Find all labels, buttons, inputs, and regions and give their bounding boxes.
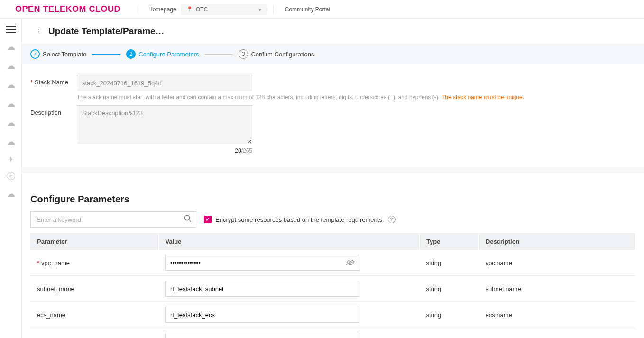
sidebar-icon-1[interactable]: ☁	[7, 42, 15, 52]
step-line	[204, 54, 233, 55]
cell-type: string	[420, 250, 479, 276]
step-1[interactable]: ✓ Select Template	[30, 49, 86, 59]
eye-off-icon[interactable]	[347, 258, 354, 267]
cell-value	[158, 276, 420, 302]
divider	[137, 5, 137, 14]
stack-name-hint-warn: The stack name must be unique.	[442, 94, 524, 100]
stack-card: *Stack Name The stack name must start wi…	[22, 64, 644, 167]
sidebar-icon-5[interactable]: ☁	[7, 118, 15, 128]
required-icon: *	[30, 79, 33, 86]
main-content: 〈 Update Template/Parame… ✓ Select Templ…	[22, 19, 644, 338]
sidebar-icon-6[interactable]: ☁	[7, 137, 15, 147]
help-icon[interactable]: ?	[388, 216, 396, 223]
param-name: vpc_name	[41, 259, 70, 266]
description-counter: 20/255	[77, 147, 252, 154]
hamburger-icon[interactable]	[6, 26, 16, 33]
value-input-wrapper[interactable]	[165, 281, 359, 297]
keyword-search[interactable]	[30, 211, 196, 228]
th-type: Type	[420, 233, 479, 250]
svg-point-0	[184, 215, 190, 220]
sidebar-icon-ip[interactable]: IP	[7, 172, 15, 180]
cell-parameter: subnet_name	[30, 276, 158, 302]
search-input[interactable]	[37, 216, 184, 223]
sidebar-icon-7[interactable]: ☁	[7, 189, 15, 199]
sidebar-icon-4[interactable]: ☁	[7, 99, 15, 109]
step-3-label: Confirm Configurations	[251, 51, 314, 58]
cell-type: string	[420, 328, 479, 338]
section-title: Configure Parameters	[30, 194, 635, 205]
check-icon: ✓	[30, 49, 40, 59]
value-input-wrapper[interactable]	[165, 255, 359, 271]
table-row: ecs_admin_passwdstringecs passwd	[30, 328, 635, 338]
cell-parameter: ecs_name	[30, 302, 158, 328]
th-desc: Description	[479, 233, 635, 250]
region-label: OTC	[196, 6, 208, 13]
spacer-band	[22, 167, 644, 173]
value-input[interactable]	[170, 259, 343, 266]
sidebar-icon-2[interactable]: ☁	[7, 61, 15, 71]
top-header: OPEN TELEKOM CLOUD Homepage 📍 OTC ▾ Comm…	[0, 0, 644, 19]
required-icon: *	[37, 259, 39, 266]
cell-value	[158, 302, 420, 328]
divider	[273, 5, 274, 14]
step-2-label: Configure Parameters	[138, 51, 199, 58]
svg-point-2	[350, 261, 351, 263]
cell-parameter: ecs_admin_passwd	[30, 328, 158, 338]
th-parameter: Parameter	[30, 233, 158, 250]
page-title: Update Template/Parame…	[48, 26, 165, 37]
encrypt-checkbox[interactable]: ✓	[204, 216, 212, 223]
table-row: ecs_namestringecs name	[30, 302, 635, 328]
stack-name-label: *Stack Name	[30, 75, 77, 86]
step-1-label: Select Template	[43, 51, 86, 58]
table-row: *vpc_namestringvpc name	[30, 250, 635, 276]
sidebar-icon-send[interactable]: ✈	[8, 155, 14, 163]
cell-type: string	[420, 302, 479, 328]
param-name: ecs_name	[37, 311, 65, 319]
description-label: Description	[30, 105, 77, 116]
cell-value	[158, 250, 420, 276]
cell-desc: ecs name	[479, 302, 635, 328]
description-textarea[interactable]	[77, 105, 252, 144]
nav-community[interactable]: Community Portal	[285, 6, 330, 13]
cell-desc: ecs passwd	[479, 328, 635, 338]
value-input[interactable]	[170, 311, 354, 319]
parameters-card: Configure Parameters ✓ Encrypt some reso…	[22, 173, 644, 338]
encrypt-label: Encrypt some resources based on the temp…	[215, 216, 384, 223]
cell-desc: vpc name	[479, 250, 635, 276]
step-2[interactable]: 2 Configure Parameters	[126, 49, 199, 59]
back-button[interactable]: 〈	[31, 26, 43, 37]
brand-logo[interactable]: OPEN TELEKOM CLOUD	[15, 4, 120, 14]
cell-parameter: *vpc_name	[30, 250, 158, 276]
svg-line-1	[189, 219, 191, 222]
chevron-down-icon: ▾	[258, 6, 261, 13]
parameters-table: Parameter Value Type Description *vpc_na…	[30, 233, 635, 338]
value-input[interactable]	[170, 285, 354, 292]
stack-name-input[interactable]	[77, 75, 252, 91]
cell-value	[158, 328, 420, 338]
th-value: Value	[158, 233, 420, 250]
nav-homepage[interactable]: Homepage	[148, 6, 176, 13]
cell-desc: subnet name	[479, 276, 635, 302]
step-2-badge: 2	[126, 49, 136, 59]
left-rail: ☁ ☁ ☁ ☁ ☁ ☁ ✈ IP ☁	[0, 19, 22, 338]
search-icon[interactable]	[184, 214, 192, 225]
table-row: subnet_namestringsubnet name	[30, 276, 635, 302]
step-3-badge: 3	[239, 49, 248, 59]
step-3[interactable]: 3 Confirm Configurations	[239, 49, 314, 59]
param-name: subnet_name	[37, 285, 74, 292]
stack-name-hint: The stack name must start with a letter …	[77, 94, 440, 100]
value-input-wrapper[interactable]	[165, 333, 359, 338]
value-input-wrapper[interactable]	[165, 307, 359, 323]
sidebar-icon-3[interactable]: ☁	[7, 80, 15, 90]
cell-type: string	[420, 276, 479, 302]
stepper: ✓ Select Template 2 Configure Parameters…	[22, 44, 644, 64]
pin-icon: 📍	[186, 6, 193, 12]
step-line	[92, 54, 120, 55]
region-selector[interactable]: 📍 OTC ▾	[181, 4, 267, 15]
